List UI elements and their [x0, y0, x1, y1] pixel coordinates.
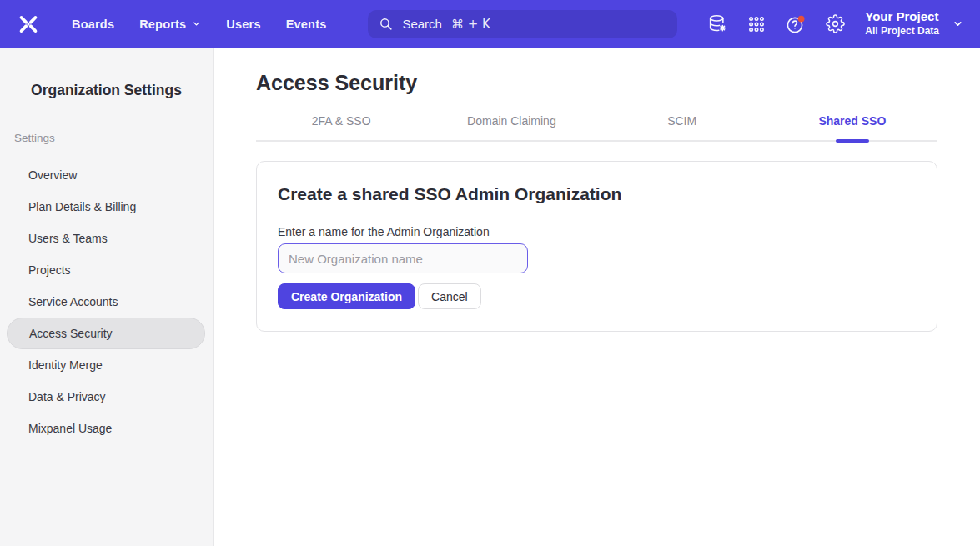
tab-label: 2FA & SSO	[312, 114, 371, 128]
create-sso-org-card: Create a shared SSO Admin Organization E…	[256, 161, 937, 332]
project-switcher-labels: Your Project All Project Data	[865, 9, 939, 38]
org-name-field-label: Enter a name for the Admin Organization	[278, 225, 916, 238]
mixpanel-logo-icon[interactable]	[15, 11, 42, 38]
navbar-right-group: Your Project All Project Data	[703, 9, 980, 38]
active-tab-indicator	[836, 139, 869, 143]
card-title: Create a shared SSO Admin Organization	[278, 184, 916, 204]
tab-scim[interactable]: SCIM	[597, 114, 767, 140]
create-organization-button[interactable]: Create Organization	[278, 283, 415, 309]
sidebar-title: Organization Settings	[0, 82, 213, 99]
tab-2fa-sso[interactable]: 2FA & SSO	[256, 114, 426, 140]
nav-item-users[interactable]: Users	[226, 18, 260, 31]
project-name: Your Project	[865, 9, 939, 25]
main-content: Access Security 2FA & SSO Domain Claimin…	[214, 48, 980, 546]
settings-gear-icon[interactable]	[821, 10, 849, 38]
page-title: Access Security	[256, 71, 937, 95]
sidebar-item-overview[interactable]: Overview	[0, 159, 213, 191]
primary-nav: Boards Reports Users Events	[72, 18, 326, 31]
search-shortcut-hint: ⌘ + K	[451, 17, 490, 32]
sidebar-item-access-security[interactable]: Access Security	[7, 318, 205, 349]
sidebar-item-service-accounts[interactable]: Service Accounts	[0, 286, 213, 318]
sidebar-item-mixpanel-usage[interactable]: Mixpanel Usage	[0, 413, 213, 444]
nav-item-reports[interactable]: Reports	[139, 18, 201, 31]
tab-domain-claiming[interactable]: Domain Claiming	[426, 114, 596, 140]
search-placeholder: Search	[402, 17, 442, 31]
notification-dot	[798, 15, 805, 22]
chevron-down-icon	[952, 18, 963, 29]
help-icon[interactable]	[781, 10, 810, 38]
sidebar-item-identity-merge[interactable]: Identity Merge	[0, 349, 213, 381]
nav-item-events[interactable]: Events	[286, 18, 327, 31]
cancel-button[interactable]: Cancel	[418, 283, 481, 309]
nav-item-reports-label: Reports	[139, 18, 186, 31]
sidebar-item-data-privacy[interactable]: Data & Privacy	[0, 381, 213, 413]
sidebar-item-plan-details-billing[interactable]: Plan Details & Billing	[0, 191, 213, 223]
apps-grid-icon[interactable]	[742, 10, 771, 38]
sidebar-nav-list: Overview Plan Details & Billing Users & …	[0, 159, 213, 444]
nav-item-boards[interactable]: Boards	[72, 18, 114, 31]
sidebar-item-users-teams[interactable]: Users & Teams	[0, 223, 213, 254]
tab-shared-sso[interactable]: Shared SSO	[767, 114, 937, 140]
top-navbar: Boards Reports Users Events Search ⌘ + K	[0, 0, 980, 48]
data-management-icon[interactable]	[703, 10, 731, 38]
chevron-down-icon	[192, 19, 201, 28]
settings-sidebar: Organization Settings Settings Overview …	[0, 48, 214, 546]
sidebar-section-label: Settings	[14, 132, 213, 144]
tab-label: Shared SSO	[818, 114, 886, 128]
tab-label: Domain Claiming	[467, 114, 556, 128]
sidebar-item-projects[interactable]: Projects	[0, 254, 213, 286]
project-data-scope: All Project Data	[865, 25, 939, 38]
org-name-input[interactable]	[278, 243, 528, 273]
access-security-tabs: 2FA & SSO Domain Claiming SCIM Shared SS…	[256, 114, 937, 142]
card-actions: Create Organization Cancel	[278, 283, 916, 309]
tab-label: SCIM	[667, 114, 696, 128]
search-icon	[379, 17, 393, 31]
project-switcher[interactable]: Your Project All Project Data	[865, 9, 963, 38]
search-input[interactable]: Search ⌘ + K	[368, 10, 677, 38]
